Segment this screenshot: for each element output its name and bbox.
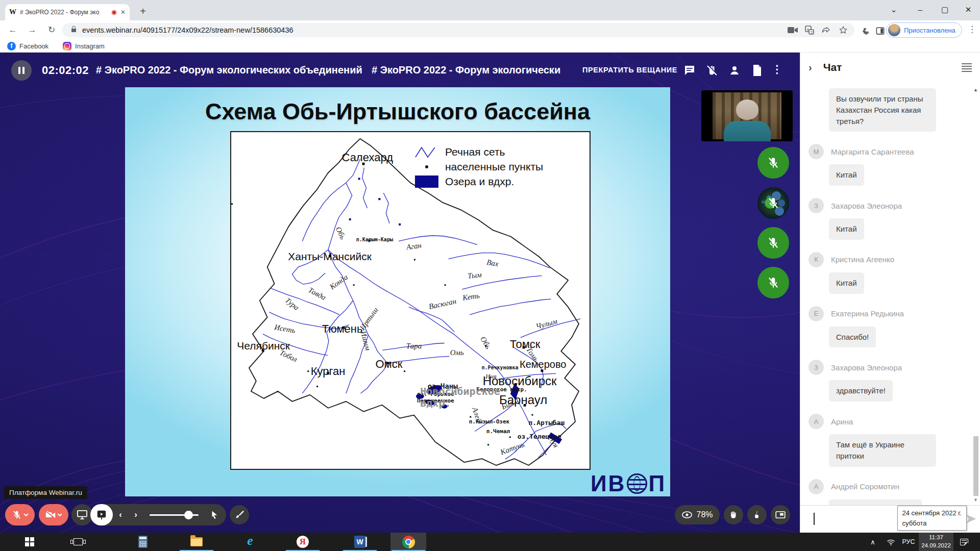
chrome-button[interactable] (390, 533, 426, 551)
chat-message: ААндрей СоромотинЕще и Монголия есть! (808, 479, 972, 506)
stop-broadcast-button[interactable]: ПРЕКРАТИТЬ ВЕЩАНИЕ (582, 66, 677, 74)
zoom-slider[interactable] (150, 514, 199, 516)
chat-message-header: ААндрей Соромотин (808, 479, 972, 494)
facebook-icon: f (7, 42, 16, 51)
participants-button[interactable] (728, 64, 741, 77)
legend-symbol-dot-icon (413, 165, 440, 168)
windows-logo-icon (25, 537, 34, 546)
date-tooltip-line2: суббота (902, 518, 962, 529)
map-place-label: Новосибирское вдхр. (420, 386, 533, 409)
participant-mic-muted-button[interactable] (757, 147, 789, 179)
back-button[interactable]: ← (6, 23, 19, 37)
chat-menu-button[interactable] (962, 63, 972, 72)
chat-bubble: здравствуйте! (829, 380, 893, 402)
presentation-controls: ‹ › (90, 504, 226, 525)
chevron-down-icon (57, 513, 62, 517)
chat-scrollbar-thumb[interactable] (973, 436, 978, 496)
hand-icon (729, 510, 738, 519)
chat-toggle-button[interactable] (683, 64, 696, 77)
bookmark-facebook[interactable]: f Facebook (7, 42, 48, 51)
calculator-icon (138, 536, 148, 548)
presenter-video[interactable] (701, 90, 793, 141)
viewers-counter[interactable]: 78% (675, 505, 720, 524)
chat-author-name: Маргарита Сарантеева (831, 147, 914, 156)
clear-annotations-button[interactable] (230, 505, 249, 524)
reactions-button[interactable] (747, 505, 767, 524)
task-view-button[interactable] (60, 533, 96, 551)
window-close-button[interactable]: ✕ (957, 0, 980, 20)
scroll-down-icon[interactable]: ▼ (973, 497, 978, 503)
map-city-label: Тюмень (322, 322, 363, 336)
picture-in-picture-icon (775, 511, 786, 519)
window-chevron-icon[interactable]: ⌄ (882, 0, 905, 20)
avatar: А (808, 414, 824, 429)
word-button[interactable]: W (342, 533, 378, 551)
legend-label: Озера и вдхр. (445, 176, 514, 188)
screen-share-button[interactable] (71, 504, 93, 525)
files-button[interactable] (750, 64, 764, 77)
legend-row: Речная сеть (413, 145, 543, 159)
prev-slide-button[interactable]: ‹ (113, 510, 128, 520)
bookmark-instagram[interactable]: Instagram (63, 42, 105, 51)
hand-crossed-icon (706, 64, 718, 77)
scroll-up-icon[interactable]: ▲ (973, 87, 978, 92)
taskbar-clock[interactable]: 11:37 24.09.2022 (919, 533, 953, 551)
extensions-button[interactable] (859, 24, 871, 37)
calculator-button[interactable] (125, 533, 161, 551)
video-call-icon[interactable] (787, 24, 798, 36)
language-indicator[interactable]: РУС (900, 533, 917, 551)
tray-expand-button[interactable]: ∧ (865, 533, 880, 551)
chat-bubble: Вы озвучили три страны Казахстан Россия … (829, 88, 936, 132)
board-mode-button[interactable] (90, 504, 113, 525)
slider-knob[interactable] (184, 511, 193, 519)
pause-button[interactable] (11, 60, 32, 81)
next-slide-button[interactable]: › (128, 510, 143, 520)
new-tab-button[interactable]: + (136, 5, 150, 19)
chat-input[interactable]: 24 сентября 2022 г. суббота (800, 505, 980, 533)
mic-muted-button[interactable] (5, 504, 35, 525)
chat-author-name: Андрей Соромотин (831, 482, 899, 491)
mic-off-icon (767, 236, 780, 249)
browser-tab[interactable]: W # ЭкоPRO 2022 - Форум эко ✕ (5, 4, 130, 20)
webinar-menu-button[interactable]: ⋮ (772, 63, 782, 76)
internet-explorer-button[interactable]: e (232, 533, 268, 551)
pip-button[interactable] (771, 505, 790, 524)
address-bar[interactable]: events.webinar.ru/40915177/24x09x22/stre… (62, 23, 854, 37)
chat-author-name: Захарова Элеонора (831, 202, 902, 210)
profile-badge[interactable]: Приостановлена (886, 22, 962, 38)
translate-icon[interactable]: a文 (804, 24, 815, 36)
map-city-label: Курган (311, 365, 346, 378)
taskbar-time: 11:37 (929, 534, 943, 542)
participant-logo-mic-muted-button[interactable] (757, 187, 789, 219)
browser-menu-button[interactable]: ⋮ (968, 24, 976, 35)
yandex-browser-button[interactable]: Я (285, 533, 321, 551)
participant-mic-muted-button[interactable] (757, 227, 789, 259)
brush-icon (234, 510, 244, 520)
participant-mic-muted-button[interactable] (757, 267, 789, 298)
map-place-label: оз.Телецкое (518, 433, 561, 441)
raise-hand-disabled-button[interactable] (705, 64, 719, 77)
action-center-button[interactable] (955, 533, 973, 551)
side-panel-button[interactable] (874, 24, 886, 37)
wifi-button[interactable] (883, 533, 898, 551)
window-maximize-button[interactable]: ▢ (933, 0, 957, 20)
chat-collapse-button[interactable]: › (808, 62, 812, 73)
raise-hand-button[interactable] (724, 505, 743, 524)
pointer-tool-icon[interactable] (210, 510, 219, 520)
tab-close-icon[interactable]: ✕ (120, 9, 126, 16)
map-place-label: п.Карым-Кары (356, 237, 393, 243)
camera-muted-button[interactable] (39, 504, 68, 525)
forward-button[interactable]: → (26, 23, 39, 37)
file-explorer-button[interactable] (179, 533, 214, 551)
windows-taskbar: e Я W ∧ РУС 11:37 24.09.2022 (0, 533, 980, 551)
chat-message-list[interactable]: Вы озвучили три страны Казахстан Россия … (800, 82, 980, 505)
start-button[interactable] (12, 533, 47, 551)
window-minimize-button[interactable]: – (909, 0, 932, 20)
send-icon[interactable] (966, 513, 977, 524)
eye-icon (681, 511, 693, 519)
chat-bubble: Еще и Монголия есть! (829, 499, 922, 506)
reload-button[interactable]: ↻ (45, 23, 58, 37)
share-icon[interactable] (821, 24, 832, 36)
legend-symbol-line-icon (413, 145, 440, 159)
bookmark-star-icon[interactable] (838, 24, 849, 36)
